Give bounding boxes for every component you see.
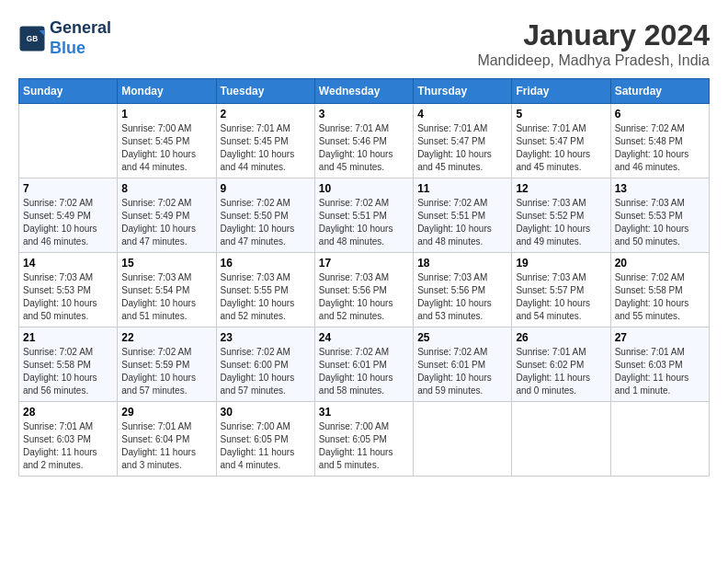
day-number: 23 — [221, 331, 311, 344]
day-number: 10 — [319, 182, 409, 195]
day-number: 14 — [23, 257, 113, 270]
day-info: Sunrise: 7:01 AM Sunset: 5:45 PM Dayligh… — [221, 122, 311, 174]
day-number: 25 — [417, 331, 507, 344]
day-number: 29 — [121, 406, 211, 419]
day-info: Sunrise: 7:02 AM Sunset: 6:00 PM Dayligh… — [221, 346, 311, 397]
day-info: Sunrise: 7:00 AM Sunset: 5:45 PM Dayligh… — [121, 122, 211, 174]
day-cell: 5Sunrise: 7:01 AM Sunset: 5:47 PM Daylig… — [512, 104, 610, 178]
header-cell-friday: Friday — [512, 79, 610, 104]
day-cell: 10Sunrise: 7:02 AM Sunset: 5:51 PM Dayli… — [314, 178, 413, 253]
day-number: 27 — [615, 331, 705, 344]
day-info: Sunrise: 7:02 AM Sunset: 5:58 PM Dayligh… — [23, 346, 113, 397]
day-number: 4 — [417, 108, 507, 121]
day-cell: 16Sunrise: 7:03 AM Sunset: 5:55 PM Dayli… — [216, 253, 314, 327]
title-block: January 2024 Mandideep, Madhya Pradesh, … — [477, 18, 710, 69]
page-header: GB General Blue January 2024 Mandideep, … — [18, 18, 710, 69]
day-cell: 30Sunrise: 7:00 AM Sunset: 6:05 PM Dayli… — [216, 402, 314, 477]
header-row: SundayMondayTuesdayWednesdayThursdayFrid… — [19, 79, 710, 104]
day-cell: 23Sunrise: 7:02 AM Sunset: 6:00 PM Dayli… — [216, 327, 314, 402]
day-info: Sunrise: 7:03 AM Sunset: 5:56 PM Dayligh… — [417, 271, 507, 323]
day-info: Sunrise: 7:02 AM Sunset: 5:49 PM Dayligh… — [121, 197, 211, 248]
day-number: 21 — [23, 331, 113, 344]
day-cell: 29Sunrise: 7:01 AM Sunset: 6:04 PM Dayli… — [118, 402, 216, 477]
header-cell-saturday: Saturday — [610, 79, 709, 104]
day-info: Sunrise: 7:01 AM Sunset: 5:47 PM Dayligh… — [516, 122, 606, 174]
day-info: Sunrise: 7:01 AM Sunset: 5:46 PM Dayligh… — [319, 122, 409, 174]
header-cell-tuesday: Tuesday — [216, 79, 314, 104]
day-cell — [610, 402, 709, 477]
day-info: Sunrise: 7:03 AM Sunset: 5:52 PM Dayligh… — [516, 197, 606, 248]
calendar-table: SundayMondayTuesdayWednesdayThursdayFrid… — [18, 78, 710, 477]
day-info: Sunrise: 7:02 AM Sunset: 5:51 PM Dayligh… — [319, 197, 409, 248]
day-cell: 31Sunrise: 7:00 AM Sunset: 6:05 PM Dayli… — [314, 402, 413, 477]
header-cell-wednesday: Wednesday — [314, 79, 413, 104]
calendar-header: SundayMondayTuesdayWednesdayThursdayFrid… — [19, 79, 710, 104]
day-info: Sunrise: 7:00 AM Sunset: 6:05 PM Dayligh… — [319, 420, 409, 472]
day-cell — [512, 402, 610, 477]
day-info: Sunrise: 7:01 AM Sunset: 6:04 PM Dayligh… — [121, 420, 211, 472]
day-cell: 3Sunrise: 7:01 AM Sunset: 5:46 PM Daylig… — [314, 104, 413, 178]
day-cell — [414, 402, 512, 477]
week-row-3: 14Sunrise: 7:03 AM Sunset: 5:53 PM Dayli… — [19, 253, 710, 327]
day-number: 2 — [221, 108, 311, 121]
day-cell: 17Sunrise: 7:03 AM Sunset: 5:56 PM Dayli… — [314, 253, 413, 327]
day-cell: 7Sunrise: 7:02 AM Sunset: 5:49 PM Daylig… — [19, 178, 118, 253]
day-number: 17 — [319, 257, 409, 270]
header-cell-thursday: Thursday — [414, 79, 512, 104]
day-info: Sunrise: 7:02 AM Sunset: 5:58 PM Dayligh… — [615, 271, 705, 323]
week-row-4: 21Sunrise: 7:02 AM Sunset: 5:58 PM Dayli… — [19, 327, 710, 402]
day-cell — [19, 104, 118, 178]
logo-blue: Blue — [50, 39, 85, 57]
day-info: Sunrise: 7:02 AM Sunset: 5:49 PM Dayligh… — [23, 197, 113, 248]
day-cell: 26Sunrise: 7:01 AM Sunset: 6:02 PM Dayli… — [512, 327, 610, 402]
day-cell: 24Sunrise: 7:02 AM Sunset: 6:01 PM Dayli… — [314, 327, 413, 402]
day-cell: 8Sunrise: 7:02 AM Sunset: 5:49 PM Daylig… — [118, 178, 216, 253]
day-info: Sunrise: 7:03 AM Sunset: 5:54 PM Dayligh… — [121, 271, 211, 323]
day-number: 7 — [23, 182, 113, 195]
day-number: 26 — [516, 331, 606, 344]
header-cell-sunday: Sunday — [19, 79, 118, 104]
day-cell: 18Sunrise: 7:03 AM Sunset: 5:56 PM Dayli… — [414, 253, 512, 327]
day-number: 6 — [615, 108, 705, 121]
header-cell-monday: Monday — [118, 79, 216, 104]
day-number: 13 — [615, 182, 705, 195]
day-cell: 11Sunrise: 7:02 AM Sunset: 5:51 PM Dayli… — [414, 178, 512, 253]
day-info: Sunrise: 7:03 AM Sunset: 5:55 PM Dayligh… — [221, 271, 311, 323]
day-number: 22 — [121, 331, 211, 344]
day-info: Sunrise: 7:03 AM Sunset: 5:57 PM Dayligh… — [516, 271, 606, 323]
month-title: January 2024 — [477, 18, 710, 52]
day-info: Sunrise: 7:02 AM Sunset: 5:48 PM Dayligh… — [615, 122, 705, 174]
day-info: Sunrise: 7:02 AM Sunset: 5:51 PM Dayligh… — [417, 197, 507, 248]
day-cell: 13Sunrise: 7:03 AM Sunset: 5:53 PM Dayli… — [610, 178, 709, 253]
day-number: 20 — [615, 257, 705, 270]
day-cell: 4Sunrise: 7:01 AM Sunset: 5:47 PM Daylig… — [414, 104, 512, 178]
day-cell: 27Sunrise: 7:01 AM Sunset: 6:03 PM Dayli… — [610, 327, 709, 402]
location: Mandideep, Madhya Pradesh, India — [477, 52, 710, 69]
day-number: 11 — [417, 182, 507, 195]
day-cell: 19Sunrise: 7:03 AM Sunset: 5:57 PM Dayli… — [512, 253, 610, 327]
day-cell: 1Sunrise: 7:00 AM Sunset: 5:45 PM Daylig… — [118, 104, 216, 178]
day-number: 5 — [516, 108, 606, 121]
day-cell: 12Sunrise: 7:03 AM Sunset: 5:52 PM Dayli… — [512, 178, 610, 253]
day-number: 16 — [221, 257, 311, 270]
logo-text: General Blue — [50, 18, 111, 58]
day-info: Sunrise: 7:00 AM Sunset: 6:05 PM Dayligh… — [221, 420, 311, 472]
week-row-1: 1Sunrise: 7:00 AM Sunset: 5:45 PM Daylig… — [19, 104, 710, 178]
day-number: 31 — [319, 406, 409, 419]
day-cell: 14Sunrise: 7:03 AM Sunset: 5:53 PM Dayli… — [19, 253, 118, 327]
day-cell: 22Sunrise: 7:02 AM Sunset: 5:59 PM Dayli… — [118, 327, 216, 402]
week-row-2: 7Sunrise: 7:02 AM Sunset: 5:49 PM Daylig… — [19, 178, 710, 253]
day-info: Sunrise: 7:01 AM Sunset: 6:02 PM Dayligh… — [516, 346, 606, 397]
calendar-body: 1Sunrise: 7:00 AM Sunset: 5:45 PM Daylig… — [19, 104, 710, 477]
day-number: 12 — [516, 182, 606, 195]
day-info: Sunrise: 7:03 AM Sunset: 5:53 PM Dayligh… — [23, 271, 113, 323]
day-cell: 21Sunrise: 7:02 AM Sunset: 5:58 PM Dayli… — [19, 327, 118, 402]
day-number: 9 — [221, 182, 311, 195]
logo-icon: GB — [18, 25, 46, 52]
day-number: 15 — [121, 257, 211, 270]
day-cell: 2Sunrise: 7:01 AM Sunset: 5:45 PM Daylig… — [216, 104, 314, 178]
day-info: Sunrise: 7:02 AM Sunset: 5:59 PM Dayligh… — [121, 346, 211, 397]
day-cell: 9Sunrise: 7:02 AM Sunset: 5:50 PM Daylig… — [216, 178, 314, 253]
day-info: Sunrise: 7:01 AM Sunset: 5:47 PM Dayligh… — [417, 122, 507, 174]
day-number: 18 — [417, 257, 507, 270]
